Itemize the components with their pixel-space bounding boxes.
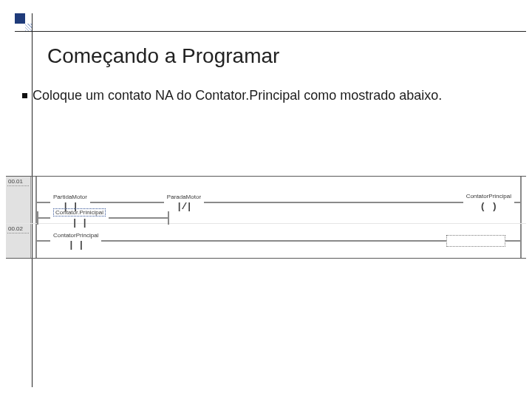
contact-nc: ParadaMotor |/|: [164, 194, 204, 211]
output-coil: ContatorPrincipal ( ): [463, 193, 514, 212]
right-power-rail: [520, 224, 526, 258]
slide-body-text: Coloque um contato NA do Contator.Princi…: [22, 87, 442, 104]
right-power-rail: [520, 177, 526, 223]
left-power-rail: [31, 224, 37, 258]
bullet-icon: [22, 93, 27, 98]
parallel-branch: Contator.Prinicipal | |: [37, 211, 177, 225]
coil-icon: ( ): [480, 201, 497, 212]
ladder-rung: 00.02 ContatorPrincipal | |: [6, 224, 526, 258]
rung-track: PartidaMotor | | Contator.Prinicipal | |: [37, 177, 520, 223]
contact-label: ParadaMotor: [167, 194, 201, 200]
contact-nc-icon: |/|: [177, 202, 191, 211]
slide-bullet-text: Coloque um contato NA do Contator.Princi…: [33, 88, 442, 103]
ladder-rung: 00.01 PartidaMotor | | Contator.Prinicip…: [6, 177, 526, 224]
rung-number: 00.01: [6, 177, 31, 223]
rung-number: 00.02: [6, 224, 31, 258]
slide-top-rule: [15, 31, 526, 32]
contact-no: PartidaMotor | | Contator.Prinicipal | |: [50, 194, 90, 211]
slide-title: Começando a Programar: [47, 44, 279, 68]
contact-no: ContatorPrincipal | |: [50, 232, 101, 250]
contact-label: Contator.Prinicipal: [53, 208, 106, 216]
contact-label: PartidaMotor: [53, 194, 87, 200]
selection-placeholder: [446, 235, 505, 247]
slide-accent-ornament: [15, 13, 33, 31]
contact-no-icon: | |: [68, 240, 83, 250]
contact-label: ContatorPrincipal: [53, 232, 98, 239]
left-power-rail: [31, 177, 37, 223]
rung-track: ContatorPrincipal | |: [37, 224, 520, 258]
coil-label: ContatorPrincipal: [466, 193, 511, 200]
ladder-diagram: 00.01 PartidaMotor | | Contator.Prinicip…: [6, 176, 526, 259]
